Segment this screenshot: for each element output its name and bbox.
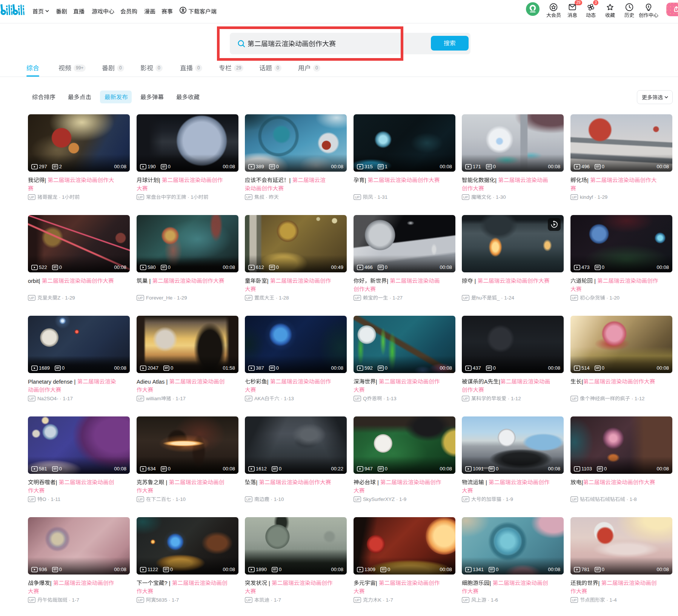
svg-text:|: | (256, 479, 259, 485)
svg-text:Q: Q (363, 396, 367, 401)
svg-text:·: · (264, 194, 269, 200)
svg-text:UP: UP (29, 296, 34, 300)
svg-text:UP: UP (246, 396, 251, 401)
svg-text:UP: UP (463, 497, 468, 501)
svg-text:A: A (484, 379, 488, 385)
svg-text:Planetary defense |: Planetary defense | (28, 379, 77, 385)
svg-text:UP: UP (246, 598, 251, 602)
svg-text:UP: UP (138, 195, 143, 199)
svg-text:· 1-20: · 1-20 (605, 295, 620, 301)
svg-text:UP: UP (463, 195, 468, 199)
svg-text:kindyf · 1-29: kindyf · 1-29 (580, 194, 607, 200)
svg-text:|: | (581, 479, 583, 485)
svg-text:UP: UP (572, 497, 577, 501)
svg-text:_ · 1-24: _ · 1-24 (497, 295, 514, 301)
svg-text:UP: UP (355, 497, 360, 501)
svg-text:AKA: AKA (254, 396, 264, 401)
svg-text:· 1-10: · 1-10 (269, 496, 284, 502)
svg-text:· 1-30: · 1-30 (491, 194, 506, 200)
svg-text:SkySurferXYZ · 1-9: SkySurferXYZ · 1-9 (363, 496, 406, 502)
svg-text:|: | (387, 278, 390, 284)
svg-text:|: | (587, 177, 590, 183)
svg-text:· 1-7: · 1-7 (68, 597, 79, 603)
svg-text:|: | (267, 580, 272, 586)
svg-text:5835 · 1-7: 5835 · 1-7 (156, 597, 179, 603)
svg-text:|: | (267, 379, 270, 385)
svg-text:|: | (593, 278, 597, 284)
svg-text:|: | (159, 177, 162, 183)
svg-text:Forever_He · 1-29: Forever_He · 1-29 (146, 295, 187, 301)
svg-text:UP: UP (246, 195, 251, 199)
svg-text:· 1-28: · 1-28 (274, 295, 289, 301)
svg-text:|: | (495, 177, 498, 183)
svg-text:UP: UP (355, 296, 360, 300)
svg-text:|: | (598, 580, 601, 586)
svg-text:· 1-31: · 1-31 (373, 194, 387, 200)
svg-text:|: | (484, 479, 489, 485)
svg-text:|: | (45, 177, 48, 183)
svg-text:? |: ? | (165, 580, 172, 586)
svg-text:hu: hu (476, 295, 482, 301)
svg-text:· 1: · 1 (186, 194, 193, 200)
svg-text:|: | (267, 278, 270, 284)
svg-text:|: | (364, 177, 367, 183)
svg-text:· 1-10: · 1-10 (171, 496, 186, 502)
svg-text:|: | (376, 580, 379, 586)
svg-text:|: | (289, 177, 292, 183)
svg-text:|: | (50, 580, 53, 586)
svg-text:Z · 1-29: Z · 1-29 (57, 295, 75, 301)
svg-text:UP: UP (355, 598, 360, 602)
svg-text:O · 1-11: O · 1-11 (42, 496, 60, 502)
svg-text:UP: UP (29, 497, 34, 501)
svg-text:UP: UP (463, 396, 468, 401)
svg-text:· 1-12: · 1-12 (630, 396, 644, 401)
svg-text:UP: UP (572, 598, 577, 602)
svg-text:UP: UP (138, 497, 143, 501)
svg-text:UP: UP (572, 296, 577, 300)
svg-text:· 1: · 1 (57, 194, 65, 200)
svg-text:· 1-17: · 1-17 (171, 396, 186, 401)
svg-text:|: | (376, 379, 379, 385)
svg-text:|: | (499, 379, 500, 385)
svg-text:· 1-4: · 1-4 (605, 597, 617, 603)
svg-text:UP: UP (138, 396, 143, 401)
svg-text:Adieu Atlas |: Adieu Atlas | (137, 379, 169, 385)
svg-text:|: | (581, 379, 583, 385)
svg-text:UP: UP (138, 296, 143, 300)
svg-text:· 1-12: · 1-12 (506, 396, 521, 401)
svg-text:UP: UP (463, 598, 468, 602)
svg-text:william: william (146, 396, 161, 401)
svg-text:· 1-27: · 1-27 (388, 295, 403, 301)
svg-text:· 1-7: · 1-7 (269, 597, 281, 603)
svg-text:UP: UP (246, 296, 251, 300)
svg-text:· 1-9: · 1-9 (501, 496, 513, 502)
svg-text:orbit|: orbit| (28, 278, 42, 284)
svg-text:UP: UP (29, 396, 34, 401)
svg-text:|: | (56, 479, 59, 485)
svg-text:UP: UP (355, 396, 360, 401)
svg-text:UP: UP (246, 497, 251, 501)
svg-text:|: | (165, 479, 169, 485)
svg-text:Na2SO4- · 1-17: Na2SO4- · 1-17 (37, 396, 73, 401)
svg-text:· 1-13: · 1-13 (382, 396, 396, 401)
svg-text:|: | (376, 479, 380, 485)
svg-text:· 1-13: · 1-13 (280, 396, 294, 401)
svg-text:UP: UP (355, 195, 360, 199)
svg-text:UP: UP (29, 195, 34, 199)
svg-text:· 1-6: · 1-6 (486, 597, 498, 603)
svg-text:UP: UP (572, 396, 577, 401)
svg-text:K · 1-7: K · 1-7 (378, 597, 393, 603)
svg-text:UP: UP (138, 598, 143, 602)
svg-text:UP: UP (463, 296, 468, 300)
svg-text:UP: UP (29, 598, 34, 602)
svg-text:|: | (148, 278, 152, 284)
svg-text:|: | (473, 278, 477, 284)
svg-text:UP: UP (572, 195, 577, 199)
svg-text:· 1-8: · 1-8 (625, 496, 637, 502)
svg-text:|: | (490, 580, 493, 586)
